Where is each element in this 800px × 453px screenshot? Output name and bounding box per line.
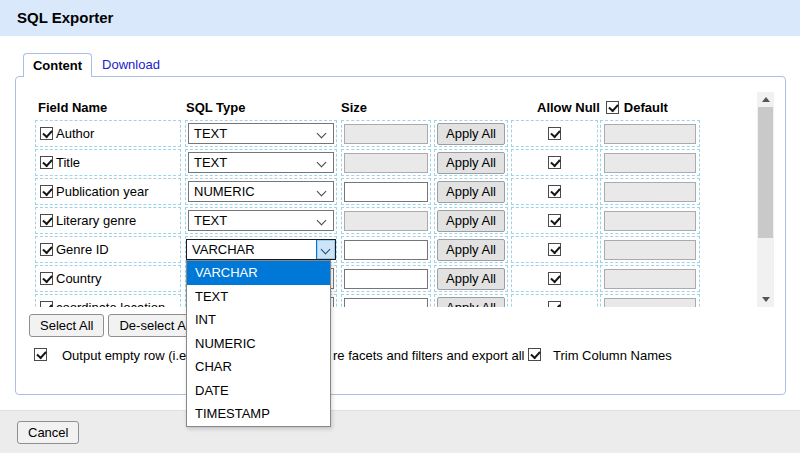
size-input[interactable] [344,182,428,202]
apply-all-button[interactable]: Apply All [437,181,505,203]
field-name-cell: Author [35,120,181,147]
scrollbar[interactable] [757,92,774,307]
header-default-checkbox[interactable] [606,101,619,114]
allow-null-checkbox[interactable] [548,301,561,307]
dropdown-option-numeric[interactable]: NUMERIC [187,332,330,356]
allow-null-checkbox[interactable] [548,185,561,198]
tab-download-label: Download [102,57,160,72]
size-cell [341,236,431,263]
content-panel: Field Name SQL Type Size Allow Null Defa… [15,76,786,395]
allow-null-cell [511,294,598,307]
field-checkbox[interactable] [40,185,53,198]
field-checkbox[interactable] [40,214,53,227]
apply-all-cell: Apply All [434,236,508,263]
table-row: Title TEXT Apply All [35,149,774,176]
default-input[interactable] [604,240,696,260]
scrollbar-thumb[interactable] [758,107,773,238]
field-name-cell: Country [35,265,181,292]
field-checkbox[interactable] [40,301,53,307]
tab-content[interactable]: Content [23,53,92,77]
header-field-name: Field Name [38,100,107,115]
scrollbar-down-arrow-icon[interactable] [757,291,774,307]
trim-column-names-checkbox[interactable] [528,348,541,361]
sql-type-cell: NUMERIC [185,178,337,205]
size-input[interactable] [344,153,428,173]
sql-type-select[interactable]: TEXT [188,210,334,231]
allow-null-checkbox[interactable] [548,156,561,169]
allow-null-checkbox[interactable] [548,243,561,256]
chevron-down-icon [317,158,327,168]
default-input[interactable] [604,182,696,202]
allow-null-checkbox[interactable] [548,272,561,285]
default-cell [600,178,700,205]
apply-all-button[interactable]: Apply All [437,297,505,308]
default-input[interactable] [604,124,696,144]
chevron-down-icon [317,187,327,197]
output-empty-row-checkbox[interactable] [34,348,47,361]
apply-all-button[interactable]: Apply All [437,123,505,145]
apply-all-cell: Apply All [434,149,508,176]
default-input[interactable] [604,153,696,173]
header-allow-null: Allow Null [537,100,600,115]
sql-type-select[interactable]: TEXT [188,123,334,144]
default-cell [600,265,700,292]
options-row: Output empty row (i.e. re facets and fil… [16,347,785,365]
table-row: Country Apply All [35,265,774,292]
field-checkbox[interactable] [40,156,53,169]
dropdown-option-varchar[interactable]: VARCHAR [187,261,330,285]
field-checkbox[interactable] [40,127,53,140]
allow-null-checkbox[interactable] [548,214,561,227]
apply-all-button[interactable]: Apply All [437,239,505,261]
apply-all-button[interactable]: Apply All [437,152,505,174]
apply-all-cell: Apply All [434,294,508,307]
apply-all-cell: Apply All [434,265,508,292]
tab-download[interactable]: Download [92,53,170,77]
dropdown-option-text[interactable]: TEXT [187,285,330,309]
field-name-cell: coordinate location [35,294,181,307]
allow-null-cell [511,265,598,292]
apply-all-cell: Apply All [434,178,508,205]
chevron-down-icon [317,216,327,226]
default-cell [600,207,700,234]
allow-null-cell [511,207,598,234]
apply-all-button[interactable]: Apply All [437,268,505,290]
dropdown-option-int[interactable]: INT [187,308,330,332]
size-input[interactable] [344,124,428,144]
cancel-button[interactable]: Cancel [17,421,79,444]
field-name-label: Title [56,155,80,170]
sql-type-cell: TEXT [185,120,337,147]
allow-null-cell [511,178,598,205]
allow-null-cell [511,236,598,263]
size-input[interactable] [344,269,428,289]
apply-all-button[interactable]: Apply All [437,210,505,232]
size-cell [341,265,431,292]
field-name-label: Country [56,271,102,286]
size-input[interactable] [344,298,428,308]
sql-type-select[interactable]: TEXT [188,152,334,173]
dropdown-option-date[interactable]: DATE [187,379,330,403]
field-name-label: Author [56,126,94,141]
table-row: coordinate location Apply All [35,294,774,307]
table-header-row: Field Name SQL Type Size Allow Null Defa… [35,100,774,119]
sql-type-select-open[interactable]: VARCHAR [186,239,336,260]
dropdown-option-char[interactable]: CHAR [187,355,330,379]
table-row: Publication year NUMERIC Apply All [35,178,774,205]
default-input[interactable] [604,269,696,289]
default-cell [600,294,700,307]
sql-type-select[interactable]: NUMERIC [188,181,334,202]
default-cell [600,236,700,263]
dropdown-option-timestamp[interactable]: TIMESTAMP [187,402,330,426]
size-cell [341,178,431,205]
field-checkbox[interactable] [40,272,53,285]
allow-null-cell [511,149,598,176]
field-checkbox[interactable] [40,243,53,256]
default-input[interactable] [604,211,696,231]
header-size: Size [341,100,367,115]
default-input[interactable] [604,298,696,308]
size-input[interactable] [344,240,428,260]
select-all-button[interactable]: Select All [29,314,104,337]
allow-null-checkbox[interactable] [548,127,561,140]
scrollbar-up-arrow-icon[interactable] [757,92,774,108]
header-sql-type: SQL Type [186,100,245,115]
size-input[interactable] [344,211,428,231]
